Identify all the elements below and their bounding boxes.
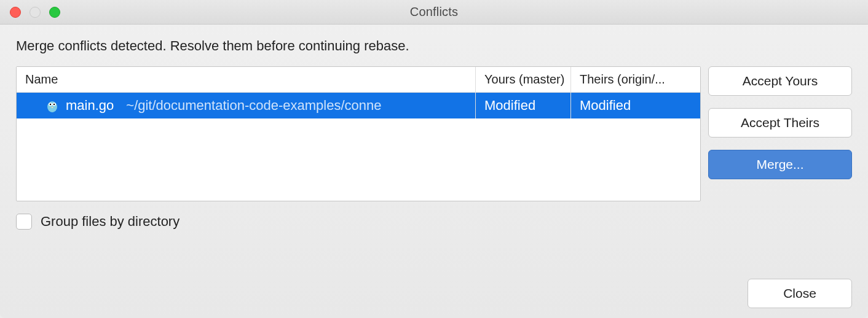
header-theirs[interactable]: Theirs (origin/...: [570, 67, 700, 92]
header-yours[interactable]: Yours (master): [475, 67, 570, 92]
traffic-lights: [10, 7, 60, 18]
conflicts-table: Name Yours (master) Theirs (origin/...: [16, 66, 701, 201]
yours-status: Modified: [475, 93, 570, 118]
merge-button[interactable]: Merge...: [708, 150, 852, 179]
svg-point-4: [53, 104, 55, 105]
accept-yours-button[interactable]: Accept Yours: [708, 66, 852, 96]
window-title: Conflicts: [0, 5, 868, 19]
close-button[interactable]: Close: [748, 279, 852, 308]
minimize-window-icon: [30, 7, 41, 18]
zoom-window-icon[interactable]: [49, 7, 60, 18]
dialog-message: Merge conflicts detected. Resolve them b…: [16, 38, 852, 54]
group-by-directory-checkbox[interactable]: [16, 214, 32, 230]
file-name: main.go: [66, 98, 114, 114]
table-header: Name Yours (master) Theirs (origin/...: [17, 67, 700, 93]
conflicts-dialog: Conflicts Merge conflicts detected. Reso…: [0, 0, 868, 318]
table-row[interactable]: main.go ~/git/documentation-code-example…: [17, 93, 700, 118]
group-by-directory-label: Group files by directory: [41, 214, 180, 230]
theirs-status: Modified: [570, 93, 700, 118]
svg-point-5: [52, 107, 53, 108]
file-path: ~/git/documentation-code-examples/conne: [126, 98, 381, 114]
accept-theirs-button[interactable]: Accept Theirs: [708, 108, 852, 138]
svg-point-3: [50, 104, 51, 105]
titlebar: Conflicts: [0, 0, 868, 25]
close-window-icon[interactable]: [10, 7, 21, 18]
go-file-icon: [45, 98, 60, 113]
header-name[interactable]: Name: [17, 67, 475, 92]
action-buttons: Accept Yours Accept Theirs Merge...: [708, 66, 852, 179]
